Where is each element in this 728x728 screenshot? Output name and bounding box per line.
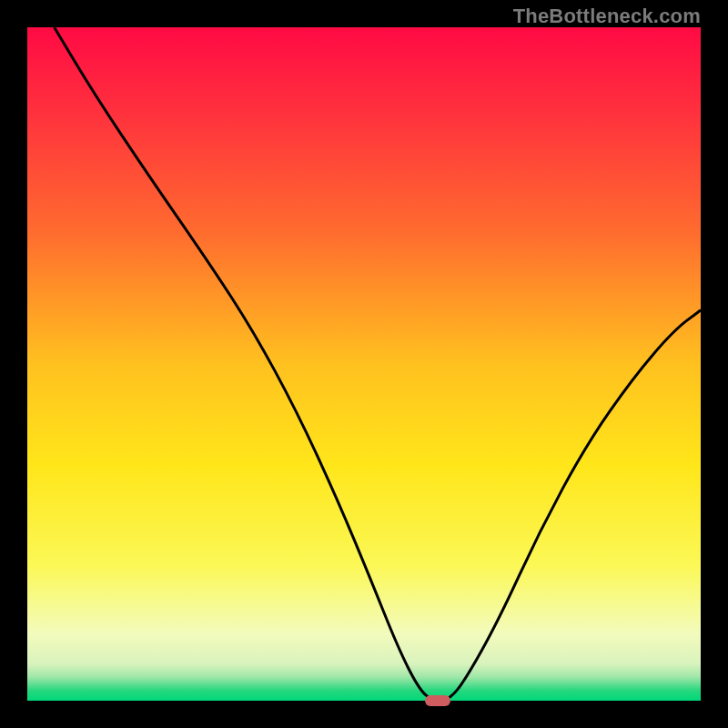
watermark-text: TheBottleneck.com <box>513 5 701 28</box>
optimal-marker <box>425 695 450 706</box>
plot-gradient-background <box>27 27 701 701</box>
svg-rect-0 <box>27 27 701 701</box>
gradient-svg <box>27 27 701 701</box>
chart-frame: TheBottleneck.com <box>0 0 728 728</box>
